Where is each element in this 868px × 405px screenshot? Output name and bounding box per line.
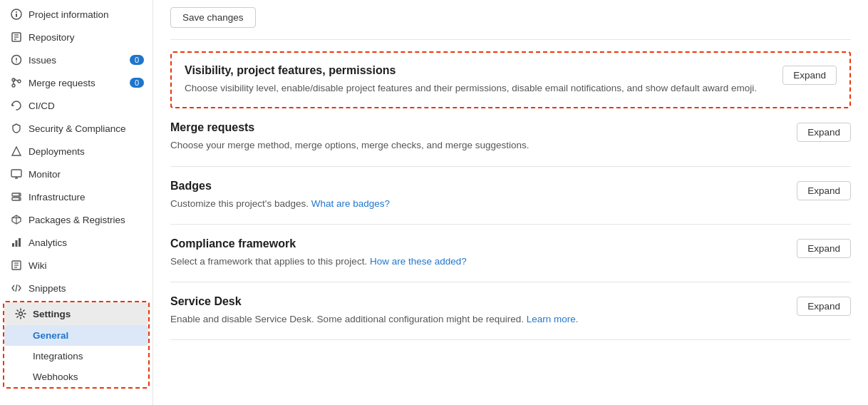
svg-point-19 — [19, 198, 20, 200]
sidebar-item-snippets[interactable]: Snippets — [0, 277, 153, 299]
merge-requests-badge: 0 — [130, 78, 144, 88]
sidebar-sub-item-general[interactable]: General — [4, 325, 148, 346]
svg-rect-23 — [16, 240, 18, 247]
package-icon — [10, 213, 23, 226]
how-are-these-added-link[interactable]: How are these added? — [370, 256, 467, 267]
compliance-framework-section-desc: Select a framework that applies to this … — [170, 255, 785, 269]
sidebar-item-deployments[interactable]: Deployments — [0, 140, 153, 163]
svg-point-12 — [18, 80, 21, 83]
sidebar-item-merge-requests[interactable]: Merge requests 0 — [0, 71, 153, 94]
sidebar-item-label: Security & Compliance — [29, 123, 144, 134]
book-icon — [10, 31, 23, 43]
gear-icon — [14, 307, 27, 320]
merge-icon — [10, 76, 23, 89]
sidebar-item-project-information[interactable]: Project information — [0, 3, 153, 26]
svg-point-30 — [19, 312, 23, 316]
shield-icon — [10, 122, 23, 135]
sidebar-item-settings[interactable]: Settings — [4, 302, 148, 325]
deploy-icon — [10, 145, 23, 158]
save-changes-button[interactable]: Save changes — [170, 7, 256, 28]
visibility-section: Visibility, project features, permission… — [170, 51, 851, 108]
compliance-framework-section: Compliance framework Select a framework … — [170, 225, 851, 282]
sidebar-item-label: Packages & Registries — [29, 215, 144, 225]
wiki-icon — [10, 259, 23, 272]
compliance-framework-expand-button[interactable]: Expand — [797, 239, 851, 258]
service-desk-expand-button[interactable]: Expand — [797, 297, 851, 316]
sidebar-item-label: Snippets — [29, 283, 144, 294]
badges-section-desc: Customize this project's badges. What ar… — [170, 197, 785, 211]
sidebar-item-wiki[interactable]: Wiki — [0, 254, 153, 277]
svg-line-29 — [16, 284, 17, 292]
sidebar-item-infrastructure[interactable]: Infrastructure — [0, 185, 153, 208]
service-desk-section: Service Desk Enable and disable Service … — [170, 282, 851, 340]
svg-point-11 — [12, 84, 15, 87]
sidebar-item-label: Deployments — [29, 146, 144, 157]
compliance-framework-section-text: Compliance framework Select a framework … — [170, 237, 785, 269]
sidebar-item-monitor[interactable]: Monitor — [0, 163, 153, 185]
visibility-section-text: Visibility, project features, permission… — [185, 64, 771, 96]
cicd-icon — [10, 99, 23, 112]
monitor-icon — [10, 168, 23, 180]
service-desk-section-title: Service Desk — [170, 295, 785, 308]
main-content: Save changes Visibility, project feature… — [153, 0, 868, 405]
svg-rect-2 — [16, 11, 17, 13]
what-are-badges-link[interactable]: What are badges? — [311, 198, 390, 209]
sidebar-item-label: Repository — [29, 32, 144, 43]
learn-more-link[interactable]: Learn more. — [527, 314, 579, 324]
svg-point-18 — [19, 194, 20, 195]
sidebar-sub-item-webhooks[interactable]: Webhooks — [4, 366, 148, 387]
issue-icon — [10, 53, 23, 66]
service-desk-section-text: Service Desk Enable and disable Service … — [170, 295, 785, 327]
badges-expand-button[interactable]: Expand — [797, 181, 851, 200]
sidebar-sub-item-integrations[interactable]: Integrations — [4, 346, 148, 366]
sidebar-item-analytics[interactable]: Analytics — [0, 231, 153, 254]
sidebar-item-packages-registries[interactable]: Packages & Registries — [0, 208, 153, 231]
sidebar-item-issues[interactable]: Issues 0 — [0, 48, 153, 71]
svg-rect-22 — [12, 243, 14, 247]
merge-requests-section-text: Merge requests Choose your merge method,… — [170, 121, 785, 153]
sidebar-item-label: Merge requests — [29, 78, 130, 88]
sidebar-sub-item-label: Webhooks — [33, 371, 78, 382]
sidebar-item-security-compliance[interactable]: Security & Compliance — [0, 117, 153, 140]
sidebar-item-label: Monitor — [29, 169, 144, 180]
sidebar-item-label: Project information — [29, 9, 144, 20]
info-icon — [10, 8, 23, 21]
sidebar-item-label: CI/CD — [29, 101, 144, 111]
badges-section-text: Badges Customize this project's badges. … — [170, 180, 785, 211]
badges-section: Badges Customize this project's badges. … — [170, 167, 851, 225]
chart-icon — [10, 236, 23, 249]
merge-requests-section: Merge requests Choose your merge method,… — [170, 108, 851, 166]
sidebar-item-label: Analytics — [29, 237, 144, 248]
sidebar-item-label: Issues — [29, 55, 130, 66]
merge-requests-expand-button[interactable]: Expand — [797, 123, 851, 142]
svg-rect-1 — [16, 14, 17, 17]
sidebar-item-label: Settings — [33, 309, 140, 319]
sidebar: Project information Repository Issues 0 … — [0, 0, 153, 405]
visibility-expand-button[interactable]: Expand — [782, 66, 837, 85]
merge-requests-section-title: Merge requests — [170, 121, 785, 134]
badges-section-title: Badges — [170, 180, 785, 193]
sidebar-item-cicd[interactable]: CI/CD — [0, 94, 153, 117]
service-desk-section-desc: Enable and disable Service Desk. Some ad… — [170, 312, 785, 327]
sidebar-sub-item-label: Integrations — [33, 351, 83, 362]
svg-rect-24 — [19, 238, 21, 247]
sidebar-sub-item-label: General — [33, 330, 68, 341]
snippet-icon — [10, 282, 23, 294]
issues-badge: 0 — [130, 55, 144, 65]
visibility-section-title: Visibility, project features, permission… — [185, 64, 771, 77]
visibility-section-desc: Choose visibility level, enable/disable … — [185, 81, 771, 96]
sidebar-item-label: Infrastructure — [29, 192, 144, 202]
compliance-framework-section-title: Compliance framework — [170, 237, 785, 250]
top-bar: Save changes — [170, 0, 851, 40]
svg-rect-13 — [11, 170, 21, 177]
sidebar-item-label: Wiki — [29, 260, 144, 271]
svg-point-9 — [16, 61, 17, 63]
sidebar-item-repository[interactable]: Repository — [0, 26, 153, 48]
merge-requests-section-desc: Choose your merge method, merge options,… — [170, 138, 785, 153]
server-icon — [10, 190, 23, 203]
